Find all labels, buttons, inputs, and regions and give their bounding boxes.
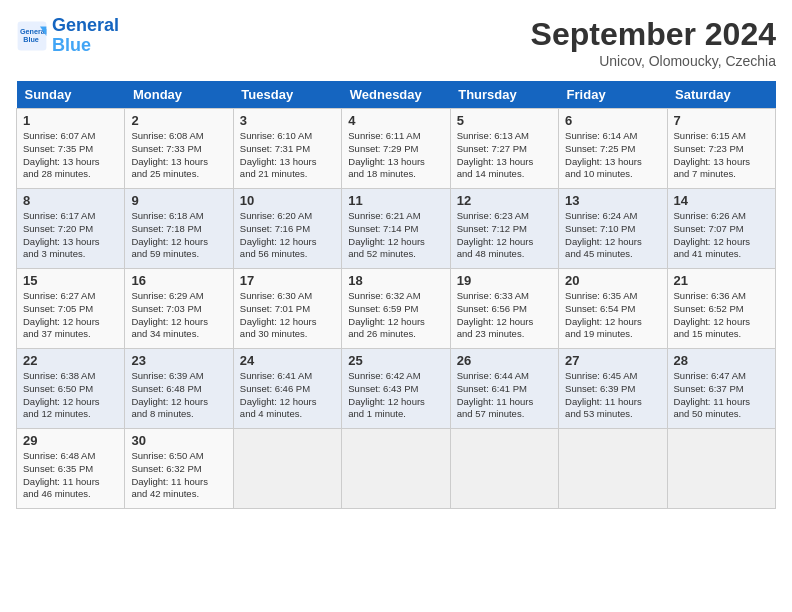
calendar-day-cell: 17Sunrise: 6:30 AM Sunset: 7:01 PM Dayli… (233, 269, 341, 349)
logo-icon: General Blue (16, 20, 48, 52)
calendar-day-cell: 18Sunrise: 6:32 AM Sunset: 6:59 PM Dayli… (342, 269, 450, 349)
day-number: 29 (23, 433, 118, 448)
calendar-day-cell: 2Sunrise: 6:08 AM Sunset: 7:33 PM Daylig… (125, 109, 233, 189)
day-number: 20 (565, 273, 660, 288)
calendar-day-cell (342, 429, 450, 509)
day-number: 28 (674, 353, 769, 368)
day-number: 22 (23, 353, 118, 368)
day-number: 17 (240, 273, 335, 288)
logo: General Blue GeneralBlue (16, 16, 119, 56)
day-number: 26 (457, 353, 552, 368)
day-number: 25 (348, 353, 443, 368)
month-title: September 2024 (531, 16, 776, 53)
day-number: 12 (457, 193, 552, 208)
day-info: Sunrise: 6:35 AM Sunset: 6:54 PM Dayligh… (565, 290, 660, 341)
calendar-week-row: 8Sunrise: 6:17 AM Sunset: 7:20 PM Daylig… (17, 189, 776, 269)
calendar-day-cell: 24Sunrise: 6:41 AM Sunset: 6:46 PM Dayli… (233, 349, 341, 429)
day-info: Sunrise: 6:13 AM Sunset: 7:27 PM Dayligh… (457, 130, 552, 181)
day-info: Sunrise: 6:33 AM Sunset: 6:56 PM Dayligh… (457, 290, 552, 341)
day-number: 7 (674, 113, 769, 128)
svg-text:Blue: Blue (23, 35, 39, 44)
weekday-header-thursday: Thursday (450, 81, 558, 109)
day-number: 16 (131, 273, 226, 288)
day-number: 27 (565, 353, 660, 368)
calendar-day-cell: 14Sunrise: 6:26 AM Sunset: 7:07 PM Dayli… (667, 189, 775, 269)
day-info: Sunrise: 6:39 AM Sunset: 6:48 PM Dayligh… (131, 370, 226, 421)
calendar-day-cell (233, 429, 341, 509)
day-info: Sunrise: 6:18 AM Sunset: 7:18 PM Dayligh… (131, 210, 226, 261)
calendar-day-cell: 29Sunrise: 6:48 AM Sunset: 6:35 PM Dayli… (17, 429, 125, 509)
day-info: Sunrise: 6:15 AM Sunset: 7:23 PM Dayligh… (674, 130, 769, 181)
day-number: 30 (131, 433, 226, 448)
calendar-day-cell: 26Sunrise: 6:44 AM Sunset: 6:41 PM Dayli… (450, 349, 558, 429)
calendar-day-cell (667, 429, 775, 509)
day-info: Sunrise: 6:07 AM Sunset: 7:35 PM Dayligh… (23, 130, 118, 181)
weekday-header-friday: Friday (559, 81, 667, 109)
calendar-day-cell: 23Sunrise: 6:39 AM Sunset: 6:48 PM Dayli… (125, 349, 233, 429)
day-number: 15 (23, 273, 118, 288)
calendar-week-row: 1Sunrise: 6:07 AM Sunset: 7:35 PM Daylig… (17, 109, 776, 189)
day-number: 14 (674, 193, 769, 208)
day-info: Sunrise: 6:29 AM Sunset: 7:03 PM Dayligh… (131, 290, 226, 341)
calendar-day-cell: 19Sunrise: 6:33 AM Sunset: 6:56 PM Dayli… (450, 269, 558, 349)
calendar-day-cell: 28Sunrise: 6:47 AM Sunset: 6:37 PM Dayli… (667, 349, 775, 429)
calendar-day-cell: 7Sunrise: 6:15 AM Sunset: 7:23 PM Daylig… (667, 109, 775, 189)
day-info: Sunrise: 6:41 AM Sunset: 6:46 PM Dayligh… (240, 370, 335, 421)
calendar-day-cell: 4Sunrise: 6:11 AM Sunset: 7:29 PM Daylig… (342, 109, 450, 189)
calendar-day-cell: 16Sunrise: 6:29 AM Sunset: 7:03 PM Dayli… (125, 269, 233, 349)
calendar-day-cell: 13Sunrise: 6:24 AM Sunset: 7:10 PM Dayli… (559, 189, 667, 269)
day-info: Sunrise: 6:24 AM Sunset: 7:10 PM Dayligh… (565, 210, 660, 261)
day-info: Sunrise: 6:14 AM Sunset: 7:25 PM Dayligh… (565, 130, 660, 181)
day-info: Sunrise: 6:48 AM Sunset: 6:35 PM Dayligh… (23, 450, 118, 501)
day-info: Sunrise: 6:20 AM Sunset: 7:16 PM Dayligh… (240, 210, 335, 261)
day-number: 13 (565, 193, 660, 208)
day-number: 18 (348, 273, 443, 288)
calendar-day-cell: 6Sunrise: 6:14 AM Sunset: 7:25 PM Daylig… (559, 109, 667, 189)
location-title: Unicov, Olomoucky, Czechia (531, 53, 776, 69)
calendar-day-cell: 9Sunrise: 6:18 AM Sunset: 7:18 PM Daylig… (125, 189, 233, 269)
day-info: Sunrise: 6:21 AM Sunset: 7:14 PM Dayligh… (348, 210, 443, 261)
day-number: 21 (674, 273, 769, 288)
day-number: 9 (131, 193, 226, 208)
day-info: Sunrise: 6:10 AM Sunset: 7:31 PM Dayligh… (240, 130, 335, 181)
day-info: Sunrise: 6:17 AM Sunset: 7:20 PM Dayligh… (23, 210, 118, 261)
page-header: General Blue GeneralBlue September 2024 … (16, 16, 776, 69)
day-number: 2 (131, 113, 226, 128)
calendar-week-row: 29Sunrise: 6:48 AM Sunset: 6:35 PM Dayli… (17, 429, 776, 509)
day-info: Sunrise: 6:23 AM Sunset: 7:12 PM Dayligh… (457, 210, 552, 261)
calendar-day-cell: 30Sunrise: 6:50 AM Sunset: 6:32 PM Dayli… (125, 429, 233, 509)
day-number: 23 (131, 353, 226, 368)
day-number: 8 (23, 193, 118, 208)
calendar-day-cell (450, 429, 558, 509)
day-info: Sunrise: 6:27 AM Sunset: 7:05 PM Dayligh… (23, 290, 118, 341)
day-number: 5 (457, 113, 552, 128)
calendar-day-cell: 12Sunrise: 6:23 AM Sunset: 7:12 PM Dayli… (450, 189, 558, 269)
calendar-day-cell: 22Sunrise: 6:38 AM Sunset: 6:50 PM Dayli… (17, 349, 125, 429)
day-info: Sunrise: 6:47 AM Sunset: 6:37 PM Dayligh… (674, 370, 769, 421)
day-number: 3 (240, 113, 335, 128)
weekday-header-monday: Monday (125, 81, 233, 109)
weekday-header-row: SundayMondayTuesdayWednesdayThursdayFrid… (17, 81, 776, 109)
day-info: Sunrise: 6:45 AM Sunset: 6:39 PM Dayligh… (565, 370, 660, 421)
day-info: Sunrise: 6:26 AM Sunset: 7:07 PM Dayligh… (674, 210, 769, 261)
calendar-day-cell: 3Sunrise: 6:10 AM Sunset: 7:31 PM Daylig… (233, 109, 341, 189)
day-number: 1 (23, 113, 118, 128)
calendar-week-row: 15Sunrise: 6:27 AM Sunset: 7:05 PM Dayli… (17, 269, 776, 349)
day-number: 6 (565, 113, 660, 128)
day-info: Sunrise: 6:32 AM Sunset: 6:59 PM Dayligh… (348, 290, 443, 341)
day-info: Sunrise: 6:08 AM Sunset: 7:33 PM Dayligh… (131, 130, 226, 181)
day-info: Sunrise: 6:11 AM Sunset: 7:29 PM Dayligh… (348, 130, 443, 181)
day-number: 19 (457, 273, 552, 288)
day-number: 4 (348, 113, 443, 128)
calendar-day-cell: 25Sunrise: 6:42 AM Sunset: 6:43 PM Dayli… (342, 349, 450, 429)
calendar-day-cell: 27Sunrise: 6:45 AM Sunset: 6:39 PM Dayli… (559, 349, 667, 429)
calendar-day-cell: 11Sunrise: 6:21 AM Sunset: 7:14 PM Dayli… (342, 189, 450, 269)
weekday-header-wednesday: Wednesday (342, 81, 450, 109)
day-info: Sunrise: 6:50 AM Sunset: 6:32 PM Dayligh… (131, 450, 226, 501)
logo-text: GeneralBlue (52, 16, 119, 56)
day-info: Sunrise: 6:36 AM Sunset: 6:52 PM Dayligh… (674, 290, 769, 341)
calendar-day-cell (559, 429, 667, 509)
weekday-header-saturday: Saturday (667, 81, 775, 109)
day-number: 11 (348, 193, 443, 208)
day-info: Sunrise: 6:38 AM Sunset: 6:50 PM Dayligh… (23, 370, 118, 421)
